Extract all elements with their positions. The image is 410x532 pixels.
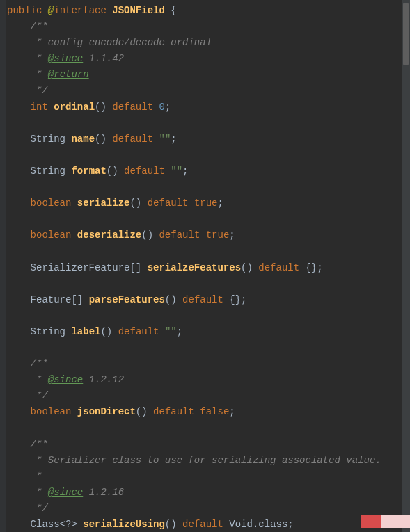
overlay-red [361,515,381,528]
doc-since: * @since 1.1.42 [31,53,124,64]
doc-star: * [31,471,42,482]
method-format: String format() default ""; [31,166,189,177]
overlay-pink [381,515,410,528]
method-parseFeatures: Feature[] parseFeatures() default {}; [31,294,247,305]
watermark-overlay [361,515,410,528]
method-jsonDirect: boolean jsonDirect() default false; [31,406,235,417]
doc-close-3: */ [31,503,48,514]
method-ordinal: int ordinal() default 0; [31,102,171,113]
line-1: public @interface JSONField { [7,5,177,16]
scrollbar-thumb[interactable] [403,3,409,65]
doc-open-2: /** [31,358,48,369]
method-name: String name() default ""; [31,134,177,145]
doc-line-3: * Serializer class to use for serializin… [31,455,381,466]
doc-close-2: */ [31,390,48,401]
doc-open: /** [31,21,48,32]
doc-open-3: /** [31,439,48,450]
code-editor[interactable]: public @interface JSONField { /** * conf… [0,3,410,532]
doc-return: * @return [31,69,89,80]
doc-line: * config encode/decode ordinal [31,37,212,48]
doc-close: */ [31,85,48,96]
doc-since-2: * @since 1.2.12 [31,374,124,385]
method-deserialize: boolean deserialize() default true; [31,229,235,241]
editor-gutter [0,0,6,532]
method-label: String label() default ""; [31,326,183,337]
doc-since-3: * @since 1.2.16 [31,487,124,498]
method-serializeUsing: Class<?> serializeUsing() default Void.c… [31,519,294,530]
method-serialize: boolean serialize() default true; [31,198,223,209]
vertical-scrollbar[interactable] [402,0,410,532]
method-serialzeFeatures: SerializerFeature[] serialzeFeatures() d… [31,262,323,273]
